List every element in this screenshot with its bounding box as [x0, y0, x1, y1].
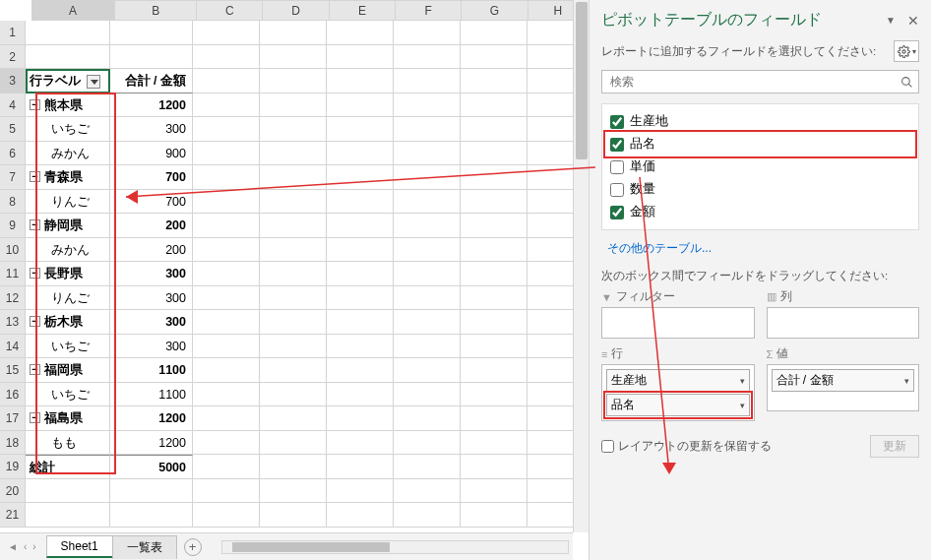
cell-G16[interactable]	[461, 383, 528, 407]
cell-A18[interactable]: もも	[26, 431, 110, 456]
row-header-10[interactable]: 10	[0, 238, 26, 263]
collapse-toggle[interactable]: −	[30, 364, 40, 375]
cell-F12[interactable]	[394, 286, 461, 311]
cell-C19[interactable]	[193, 455, 260, 479]
cell-B7[interactable]: 700	[110, 165, 193, 190]
cell-B10[interactable]: 200	[110, 238, 193, 263]
cell-B21[interactable]	[110, 503, 193, 528]
cell-D1[interactable]	[260, 21, 327, 45]
collapse-toggle[interactable]: −	[30, 171, 40, 182]
cell-G20[interactable]	[461, 479, 528, 504]
cell-D6[interactable]	[260, 142, 327, 166]
cell-B18[interactable]: 1200	[110, 431, 193, 456]
cell-F11[interactable]	[394, 262, 461, 286]
cell-E3[interactable]	[327, 69, 394, 93]
cell-A13[interactable]: −栃木県	[26, 310, 110, 335]
row-header-11[interactable]: 11	[0, 262, 26, 286]
cell-E4[interactable]	[327, 93, 394, 118]
cell-E14[interactable]	[327, 335, 394, 359]
cell-A4[interactable]: −熊本県	[26, 93, 110, 118]
cell-G19[interactable]	[461, 455, 528, 479]
row-header-6[interactable]: 6	[0, 142, 26, 166]
tab-nav-prev[interactable]: ‹	[22, 539, 29, 554]
cell-E20[interactable]	[327, 479, 394, 504]
cell-D14[interactable]	[260, 335, 327, 359]
cell-G9[interactable]	[461, 214, 528, 238]
cell-C5[interactable]	[193, 117, 260, 142]
cell-F7[interactable]	[394, 165, 461, 190]
row-header-4[interactable]: 4	[0, 93, 26, 118]
cell-B3[interactable]: 合計 / 金額	[110, 69, 193, 93]
cell-G2[interactable]	[461, 45, 528, 70]
zone-values[interactable]: 合計 / 金額▾	[767, 364, 920, 411]
row-header-14[interactable]: 14	[0, 335, 26, 359]
cell-B19[interactable]: 5000	[110, 455, 193, 479]
cell-D20[interactable]	[260, 479, 327, 504]
collapse-toggle[interactable]: −	[30, 99, 40, 110]
row-header-1[interactable]: 1	[0, 21, 26, 45]
cell-C16[interactable]	[193, 383, 260, 407]
cell-G10[interactable]	[461, 238, 528, 263]
row-header-12[interactable]: 12	[0, 286, 26, 311]
cell-F13[interactable]	[394, 310, 461, 335]
row-header-5[interactable]: 5	[0, 117, 26, 142]
row-header-21[interactable]: 21	[0, 503, 26, 528]
cell-E10[interactable]	[327, 238, 394, 263]
cell-C1[interactable]	[193, 21, 260, 45]
cell-A16[interactable]: いちご	[26, 383, 110, 407]
cell-E16[interactable]	[327, 383, 394, 407]
cell-D19[interactable]	[260, 455, 327, 479]
panel-close-button[interactable]: ✕	[907, 13, 919, 29]
cell-E12[interactable]	[327, 286, 394, 311]
search-box[interactable]	[601, 70, 919, 93]
cell-G8[interactable]	[461, 190, 528, 215]
vertical-scrollbar[interactable]	[573, 0, 589, 532]
cell-C8[interactable]	[193, 190, 260, 215]
cell-A3[interactable]: 行ラベル	[26, 69, 110, 93]
row-header-2[interactable]: 2	[0, 45, 26, 70]
cell-E5[interactable]	[327, 117, 394, 142]
cell-F17[interactable]	[394, 406, 461, 431]
cell-B12[interactable]: 300	[110, 286, 193, 311]
cell-F1[interactable]	[394, 21, 461, 45]
cell-C12[interactable]	[193, 286, 260, 311]
cell-E1[interactable]	[327, 21, 394, 45]
cell-D13[interactable]	[260, 310, 327, 335]
cell-E8[interactable]	[327, 190, 394, 215]
cell-D7[interactable]	[260, 165, 327, 190]
cell-B6[interactable]: 900	[110, 142, 193, 166]
cell-A12[interactable]: りんご	[26, 286, 110, 311]
cell-B4[interactable]: 1200	[110, 93, 193, 118]
other-tables-link[interactable]: その他のテーブル...	[601, 236, 919, 259]
row-header-15[interactable]: 15	[0, 358, 26, 383]
row-header-16[interactable]: 16	[0, 383, 26, 407]
cell-E9[interactable]	[327, 214, 394, 238]
cell-D17[interactable]	[260, 406, 327, 431]
cell-F3[interactable]	[394, 69, 461, 93]
cell-E19[interactable]	[327, 455, 394, 479]
cell-G15[interactable]	[461, 358, 528, 383]
cell-B8[interactable]: 700	[110, 190, 193, 215]
cell-G4[interactable]	[461, 93, 528, 118]
row-header-9[interactable]: 9	[0, 214, 26, 238]
cell-B20[interactable]	[110, 479, 193, 504]
cell-C14[interactable]	[193, 335, 260, 359]
cell-G3[interactable]	[461, 69, 528, 93]
cell-E21[interactable]	[327, 503, 394, 528]
row-header-13[interactable]: 13	[0, 310, 26, 335]
gear-button[interactable]: ▾	[894, 40, 919, 62]
cell-D8[interactable]	[260, 190, 327, 215]
cell-F10[interactable]	[394, 238, 461, 263]
cell-A2[interactable]	[26, 45, 110, 70]
panel-menu-caret[interactable]: ▼	[886, 15, 896, 26]
cell-C18[interactable]	[193, 431, 260, 456]
cell-E13[interactable]	[327, 310, 394, 335]
field-単価[interactable]: 単価	[606, 156, 914, 178]
row-header-20[interactable]: 20	[0, 479, 26, 504]
cell-C10[interactable]	[193, 238, 260, 263]
cell-F8[interactable]	[394, 190, 461, 215]
col-header-F[interactable]: F	[396, 1, 462, 21]
cell-A20[interactable]	[26, 479, 110, 504]
cell-C2[interactable]	[193, 45, 260, 70]
update-button[interactable]: 更新	[870, 435, 919, 458]
